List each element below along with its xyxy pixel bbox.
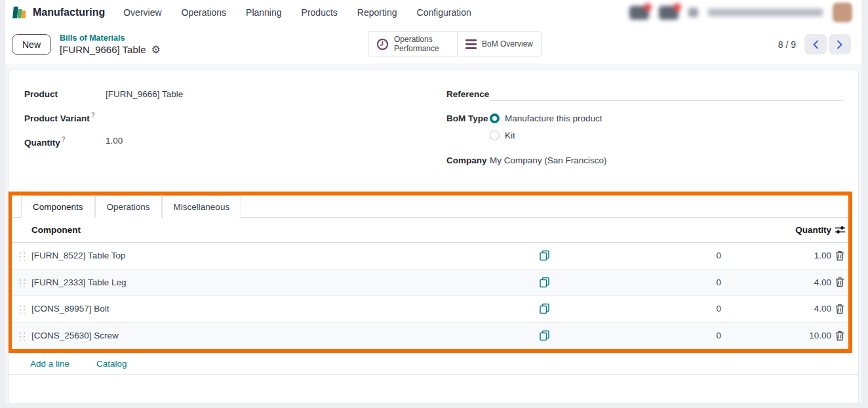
copy-icon [539,277,550,288]
delete-row-button[interactable] [835,277,844,287]
extra-quantity-cell[interactable]: 0 [716,277,721,287]
smart-buttons: Operations Performance BoM Overview [368,31,542,56]
main-menu: OverviewOperationsPlanningProductsReport… [123,7,471,18]
component-table-row[interactable]: [CONS_89957] Bolt 0 4.00 [12,296,848,323]
copy-icon [539,250,550,261]
bom-type-label: BoM Type [446,113,490,123]
nav-item-products[interactable]: Products [302,7,338,18]
radio-selected-icon[interactable] [490,113,500,123]
extra-quantity-cell[interactable]: 0 [716,251,721,260]
optional-columns-button[interactable] [835,225,846,235]
app-name[interactable]: Manufacturing [33,7,105,18]
form-sheet: Product [FURN_9666] Table Product Varian… [8,69,859,403]
component-name-cell[interactable]: [FURN_2333] Table Leg [31,277,531,287]
top-navbar: Manufacturing OverviewOperationsPlanning… [5,0,861,25]
gear-icon[interactable]: ⚙ [151,45,160,55]
messages-icon[interactable] [629,6,649,20]
manufacturing-app-icon [13,7,28,18]
quantity-cell[interactable]: 4.00 [814,304,831,314]
product-label: Product [24,89,106,99]
extra-quantity-cell[interactable]: 0 [716,331,721,340]
quantity-cell[interactable]: 4.00 [814,277,831,287]
component-name-cell[interactable]: [CONS_89957] Bolt [31,304,531,314]
quantity-label: Quantity [24,137,60,147]
component-table-row[interactable]: [FURN_2333] Table Leg 0 4.00 [12,270,848,296]
duplicate-row-button[interactable] [539,277,550,288]
control-panel: New Bills of Materials [FURN_9666] Table… [5,25,861,64]
quantity-cell[interactable]: 1.00 [814,251,831,260]
reference-label: Reference [446,89,490,99]
catalog-link[interactable]: Catalog [96,359,127,369]
component-table-row[interactable]: [FURN_8522] Table Top 0 1.00 [12,243,848,270]
app-window: Manufacturing OverviewOperationsPlanning… [5,0,861,403]
clock-icon [376,38,389,51]
company-field[interactable]: My Company (San Francisco) [490,155,607,165]
radio-unselected-icon[interactable] [490,131,500,140]
company-label: Company [446,155,490,165]
trash-icon [835,277,844,287]
copy-icon [539,303,550,314]
product-field[interactable]: [FURN_9666] Table [106,89,183,99]
add-a-line-link[interactable]: Add a line [30,359,69,369]
pager-value: 8 / 9 [778,39,796,50]
tab-components[interactable]: Components [21,195,95,218]
breadcrumb-current: [FURN_9666] Table [60,43,146,56]
bom-overview-label: BoM Overview [482,39,533,49]
nav-item-configuration[interactable]: Configuration [417,7,471,18]
drag-handle-icon[interactable] [18,277,26,287]
bom-type-option-label: Manufacture this product [505,113,602,123]
delete-row-button[interactable] [835,251,844,261]
duplicate-row-button[interactable] [539,330,550,341]
drag-handle-icon[interactable] [18,251,26,260]
app-switcher[interactable]: Manufacturing [13,7,105,18]
bars-icon [465,39,477,49]
component-name-cell[interactable]: [FURN_8522] Table Top [31,251,531,260]
component-table-row[interactable]: [CONS_25630] Screw 0 10.00 [12,323,848,350]
product-variant-label: Product Variant [24,113,90,123]
list-footer: Add a line Catalog [9,353,858,375]
notebook-tabs: ComponentsOperationsMiscellaneous [12,195,848,218]
component-name-cell[interactable]: [CONS_25630] Screw [31,331,531,340]
operations-performance-label: Operations Performance [394,35,449,54]
new-button[interactable]: New [12,34,51,55]
breadcrumb-parent-link[interactable]: Bills of Materials [60,33,161,43]
bom-overview-button[interactable]: BoM Overview [457,32,541,56]
drag-handle-icon[interactable] [18,331,26,340]
delete-row-button[interactable] [835,304,844,314]
bom-type-option-kit[interactable]: Kit [490,131,602,140]
quantity-column-header: Quantity [795,225,831,235]
pager-next-button[interactable] [829,34,851,54]
tab-operations[interactable]: Operations [95,195,162,218]
bom-type-option-label: Kit [505,131,515,140]
reference-input[interactable] [490,89,842,101]
nav-item-reporting[interactable]: Reporting [357,7,397,18]
chevron-right-icon [837,40,843,49]
duplicate-row-button[interactable] [539,303,550,314]
nav-item-overview[interactable]: Overview [123,7,161,18]
duplicate-row-button[interactable] [539,250,550,261]
chevron-left-icon [812,40,819,49]
help-marker: ? [91,112,95,119]
operations-performance-button[interactable]: Operations Performance [368,32,457,56]
nav-item-planning[interactable]: Planning [246,7,282,18]
help-marker: ? [62,136,66,143]
pager-previous-button[interactable] [804,34,827,54]
activities-icon[interactable] [659,6,679,20]
drag-handle-icon[interactable] [18,304,26,314]
delete-row-button[interactable] [835,331,844,341]
company-switcher[interactable] [708,9,823,16]
pager: 8 / 9 [778,34,855,54]
quantity-cell[interactable]: 10.00 [809,331,831,340]
components-table-body: [FURN_8522] Table Top 0 1.00 [FURN_2333]… [12,243,848,349]
components-table-header: Component Quantity [12,218,848,243]
systray [629,3,854,22]
user-avatar[interactable] [833,3,852,22]
quantity-field[interactable]: 1.00 [106,136,123,146]
extra-quantity-cell[interactable]: 0 [716,304,721,314]
tab-miscellaneous[interactable]: Miscellaneous [162,195,242,218]
systray-mini-icon[interactable] [688,8,698,17]
breadcrumb: Bills of Materials [FURN_9666] Table ⚙ [60,33,161,56]
bom-type-option-manufacture[interactable]: Manufacture this product [490,113,602,123]
nav-item-operations[interactable]: Operations [182,7,226,18]
sliders-icon [835,225,846,235]
